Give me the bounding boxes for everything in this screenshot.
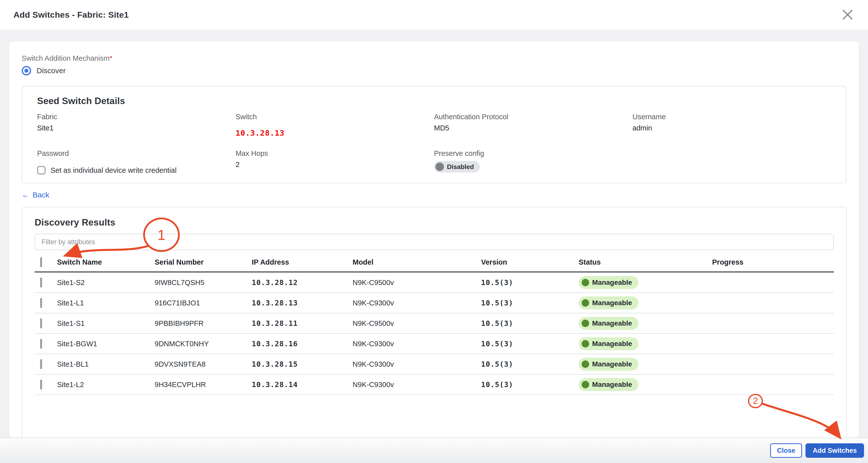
fabric-label: Fabric <box>37 113 236 121</box>
max-hops-value: 2 <box>236 160 434 169</box>
ip-cell: 10.3.28.12 <box>252 278 352 287</box>
password-label: Password <box>37 149 236 158</box>
status-text: Manageable <box>592 360 632 368</box>
row-checkbox[interactable] <box>40 339 42 349</box>
row-checkbox[interactable] <box>40 278 42 287</box>
dialog-title: Add Switches - Fabric: Site1 <box>13 10 129 20</box>
status-text: Manageable <box>592 279 632 286</box>
version-cell: 10.5(3) <box>481 278 579 287</box>
model-cell: N9K-C9500v <box>352 319 481 328</box>
model-cell: N9K-C9300v <box>352 299 481 307</box>
discovery-title: Discovery Results <box>35 217 834 228</box>
table-row: Site1-L2 9H34ECVPLHR 10.3.28.14 N9K-C930… <box>35 375 834 395</box>
preserve-config-toggle[interactable]: Disabled <box>434 161 480 173</box>
close-button[interactable]: Close <box>770 443 802 458</box>
status-text: Manageable <box>592 319 632 327</box>
status-text: Manageable <box>592 299 632 307</box>
add-switches-dialog: Add Switches - Fabric: Site1 Switch Addi… <box>0 0 868 463</box>
fabric-value: Site1 <box>37 124 236 132</box>
model-cell: N9K-C9500v <box>352 279 481 287</box>
row-checkbox[interactable] <box>40 318 42 328</box>
ip-cell: 10.3.28.13 <box>252 299 352 307</box>
version-cell: 10.5(3) <box>481 319 579 328</box>
status-badge: Manageable <box>579 378 639 391</box>
serial-cell: 9DVXSN9TEA8 <box>155 360 252 368</box>
status-text: Manageable <box>592 380 632 389</box>
switch-name-cell: Site1-L2 <box>57 380 155 389</box>
auth-protocol-label: Authentication Protocol <box>434 113 632 121</box>
preserve-config-field: Preserve config Disabled <box>434 149 632 175</box>
close-x-glyph <box>842 9 853 21</box>
fabric-field: Fabric Site1 <box>37 113 236 137</box>
auth-protocol-field: Authentication Protocol MD5 <box>434 113 632 137</box>
radio-dot <box>24 69 28 73</box>
col-status: Status <box>579 258 712 266</box>
switch-value: 10.3.28.13 <box>236 128 434 137</box>
model-cell: N9K-C9300v <box>352 360 481 368</box>
col-progress: Progress <box>712 258 834 266</box>
add-switches-button[interactable]: Add Switches <box>806 443 864 458</box>
close-icon[interactable] <box>841 8 855 22</box>
max-hops-label: Max Hops <box>236 149 434 158</box>
seed-card-title: Seed Switch Details <box>37 96 831 106</box>
write-credential-row[interactable]: Set as individual device write credentia… <box>37 166 236 175</box>
status-text: Manageable <box>592 340 632 348</box>
switch-label: Switch <box>236 113 434 121</box>
dialog-footer: Close Add Switches <box>0 438 868 463</box>
switch-name-cell: Site1-BGW1 <box>57 340 155 348</box>
table-row: Site1-S2 9IW8CL7QSH5 10.3.28.12 N9K-C950… <box>35 273 834 293</box>
ip-cell: 10.3.28.11 <box>252 319 352 328</box>
discover-radio-row[interactable]: Discover <box>22 66 846 75</box>
switch-name-cell: Site1-BL1 <box>57 360 155 368</box>
preserve-config-state: Disabled <box>447 163 474 171</box>
switch-name-cell: Site1-S1 <box>57 319 155 328</box>
mechanism-label-text: Switch Addition Mechanism <box>22 54 110 62</box>
dialog-body: Switch Addition Mechanism* Discover Seed… <box>0 30 868 463</box>
model-cell: N9K-C9300v <box>352 340 481 348</box>
dialog-header: Add Switches - Fabric: Site1 <box>0 0 868 30</box>
table-row: Site1-BGW1 9DNMCKT0NHY 10.3.28.16 N9K-C9… <box>35 334 834 354</box>
switch-name-cell: Site1-L1 <box>57 299 155 307</box>
status-badge: Manageable <box>579 276 639 289</box>
username-field: Username admin <box>632 113 831 137</box>
serial-cell: 9DNMCKT0NHY <box>155 340 252 348</box>
select-all-checkbox[interactable] <box>40 257 42 267</box>
filter-input[interactable] <box>35 234 834 250</box>
version-cell: 10.5(3) <box>481 380 579 389</box>
status-dot-icon <box>582 381 589 388</box>
back-label: Back <box>33 191 49 199</box>
table-row: Site1-BL1 9DVXSN9TEA8 10.3.28.15 N9K-C93… <box>35 354 834 375</box>
table-header-row: Switch Name Serial Number IP Address Mod… <box>35 253 834 273</box>
password-field: Password Set as individual device write … <box>37 149 236 175</box>
auth-protocol-value: MD5 <box>434 124 632 132</box>
switch-name-cell: Site1-S2 <box>57 279 155 287</box>
status-dot-icon <box>582 299 589 307</box>
version-cell: 10.5(3) <box>481 299 579 307</box>
write-credential-checkbox[interactable] <box>37 166 45 175</box>
status-dot-icon <box>582 320 589 327</box>
back-arrow-icon: ← <box>22 191 29 199</box>
row-checkbox[interactable] <box>40 380 42 390</box>
preserve-config-label: Preserve config <box>434 149 632 158</box>
col-serial-number: Serial Number <box>155 258 252 266</box>
username-label: Username <box>632 113 831 121</box>
row-checkbox[interactable] <box>40 298 42 308</box>
seed-fields-grid: Fabric Site1 Switch 10.3.28.13 Authentic… <box>37 113 831 175</box>
status-badge: Manageable <box>579 297 639 309</box>
ip-cell: 10.3.28.15 <box>252 360 352 368</box>
write-credential-label: Set as individual device write credentia… <box>51 166 177 175</box>
switch-field: Switch 10.3.28.13 <box>236 113 434 137</box>
radio-selected-icon[interactable] <box>22 66 31 75</box>
mechanism-label: Switch Addition Mechanism* <box>22 54 846 62</box>
status-badge: Manageable <box>579 337 639 350</box>
username-value: admin <box>632 124 831 132</box>
version-cell: 10.5(3) <box>481 360 579 368</box>
back-link[interactable]: ← Back <box>22 191 49 199</box>
row-checkbox[interactable] <box>40 359 42 369</box>
discovery-table: Switch Name Serial Number IP Address Mod… <box>35 253 834 395</box>
table-row: Site1-L1 916C71IBJO1 10.3.28.13 N9K-C930… <box>35 293 834 313</box>
status-dot-icon <box>582 279 589 286</box>
col-version: Version <box>481 258 579 266</box>
col-model: Model <box>352 258 481 266</box>
serial-cell: 9PBBIBH9PFR <box>155 319 252 328</box>
